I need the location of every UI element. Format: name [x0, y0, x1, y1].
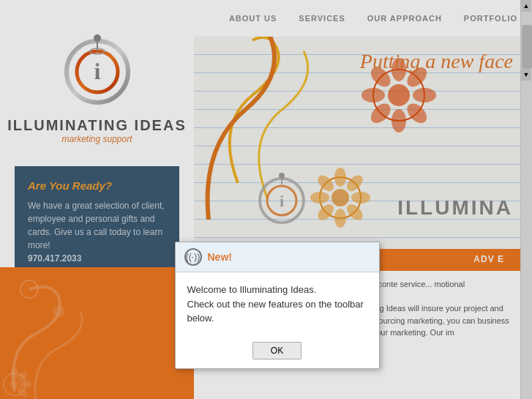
- popup-footer: OK: [176, 336, 379, 368]
- signal-symbol: ((·)): [186, 252, 200, 262]
- popup-ok-button[interactable]: OK: [252, 342, 301, 359]
- popup-signal-icon: ((·)): [184, 248, 202, 266]
- popup-dialog: ((·)) New! Welcome to Illuminating Ideas…: [175, 242, 380, 369]
- popup-header: ((·)) New!: [176, 242, 379, 272]
- popup-title: New!: [208, 251, 232, 263]
- popup-message-line1: Welcome to Illuminating Ideas.: [187, 284, 317, 295]
- popup-body: Welcome to Illuminating Ideas.Check out …: [176, 272, 379, 336]
- popup-message-line2: Check out the new features on the toolba…: [187, 299, 364, 324]
- popup-overlay: ((·)) New! Welcome to Illuminating Ideas…: [0, 0, 532, 399]
